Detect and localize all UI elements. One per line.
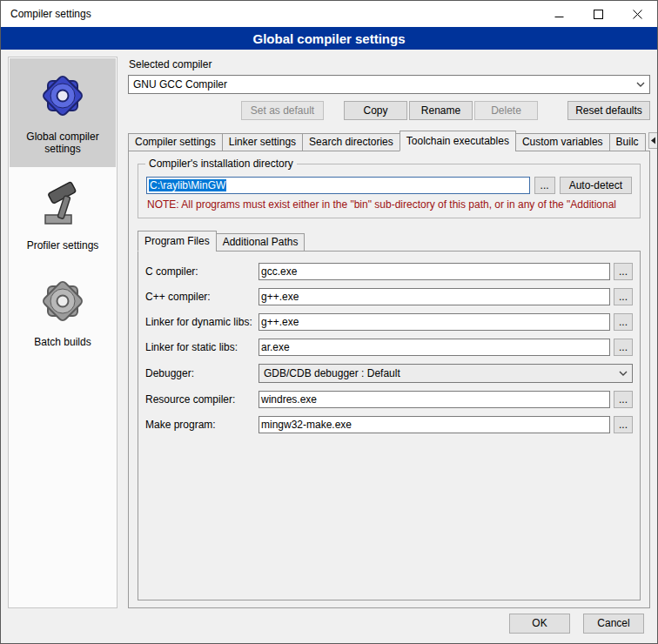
compiler-actions: Set as default Copy Rename Delete Reset … [128,101,650,120]
installation-directory-row: C:\raylib\MinGW ... Auto-detect [146,177,632,194]
tab-compiler-settings[interactable]: Compiler settings [128,133,223,151]
cpp-compiler-label: C++ compiler: [145,291,258,303]
selected-compiler-label: Selected compiler [129,58,650,70]
resource-compiler-input[interactable]: windres.exe [258,391,610,408]
close-button[interactable] [618,1,657,27]
program-files-panel: C compiler: gcc.exe ... C++ compiler: g+… [138,251,641,600]
sidebar-item-profiler-settings[interactable]: Profiler settings [10,167,116,264]
profiler-hammer-icon [36,178,90,231]
debugger-value: GDB/CDB debugger : Default [264,367,400,379]
minimize-button[interactable] [540,1,579,27]
selected-compiler-dropdown[interactable]: GNU GCC Compiler [128,75,650,94]
ok-button[interactable]: OK [509,614,570,634]
sidebar-item-label: Global compiler settings [12,131,113,155]
tab-custom-variables[interactable]: Custom variables [515,133,610,151]
program-files-tabs: Program Files Additional Paths [138,231,642,251]
settings-tabs: Compiler settings Linker settings Search… [128,131,650,151]
tab-search-directories[interactable]: Search directories [302,133,400,151]
make-program-label: Make program: [145,419,258,431]
titlebar: Compiler settings [1,1,657,27]
debugger-label: Debugger: [145,367,258,379]
window-title: Compiler settings [1,1,540,27]
reset-defaults-button[interactable]: Reset defaults [567,101,650,120]
installation-directory-input[interactable]: C:\raylib\MinGW [146,177,530,194]
auto-detect-button[interactable]: Auto-detect [560,177,632,194]
installation-directory-value: C:\raylib\MinGW [149,179,226,191]
settings-category-list: Global compiler settings Profiler settin… [8,57,118,608]
make-program-row: Make program: mingw32-make.exe ... [145,416,633,433]
resource-compiler-browse-button[interactable]: ... [614,391,633,408]
dynamic-linker-value: g++.exe [261,316,299,328]
set-as-default-button[interactable]: Set as default [241,101,324,120]
debugger-row: Debugger: GDB/CDB debugger : Default [145,364,633,383]
static-linker-row: Linker for static libs: ar.exe ... [145,339,633,356]
tab-linker-settings[interactable]: Linker settings [222,133,303,151]
c-compiler-value: gcc.exe [261,265,297,278]
maximize-button[interactable] [579,1,618,27]
make-program-browse-button[interactable]: ... [614,416,633,433]
dynamic-linker-input[interactable]: g++.exe [258,313,610,331]
dialog-footer: OK Cancel [1,608,657,643]
copy-button[interactable]: Copy [344,101,407,120]
static-linker-label: Linker for static libs: [145,341,258,353]
gray-gear-icon [36,274,90,328]
dynamic-linker-label: Linker for dynamic libs: [145,316,258,328]
sidebar-item-label: Profiler settings [27,239,99,252]
tab-scroll-buttons [645,132,658,149]
chevron-down-icon [614,371,628,376]
sidebar-item-label: Batch builds [34,336,91,348]
delete-button[interactable]: Delete [474,101,538,120]
c-compiler-label: C compiler: [145,265,258,278]
sidebar-item-batch-builds[interactable]: Batch builds [10,264,116,360]
sidebar-item-global-compiler-settings[interactable]: Global compiler settings [10,58,116,167]
cancel-button[interactable]: Cancel [583,614,644,634]
tab-program-files[interactable]: Program Files [138,231,217,252]
toolchain-executables-panel: Compiler's installation directory C:\ray… [128,151,650,608]
dynamic-linker-row: Linker for dynamic libs: g++.exe ... [145,313,633,331]
minimize-icon [554,10,564,19]
installation-directory-browse-button[interactable]: ... [534,177,555,194]
dynamic-linker-browse-button[interactable]: ... [614,313,633,331]
dialog-body: Global compiler settings Profiler settin… [1,50,657,608]
make-program-value: mingw32-make.exe [261,419,352,431]
tab-additional-paths[interactable]: Additional Paths [216,233,306,252]
compiler-settings-window: Compiler settings Global compiler settin… [0,0,658,644]
tab-toolchain-executables[interactable]: Toolchain executables [400,131,516,151]
installation-directory-group: Compiler's installation directory C:\ray… [138,164,641,218]
blue-gear-icon [36,69,90,123]
arrow-left-icon [650,137,656,144]
make-program-input[interactable]: mingw32-make.exe [258,416,610,433]
resource-compiler-row: Resource compiler: windres.exe ... [145,391,633,408]
selected-compiler-value: GNU GCC Compiler [133,78,227,91]
cpp-compiler-input[interactable]: g++.exe [258,288,610,305]
maximize-icon [594,10,603,19]
c-compiler-browse-button[interactable]: ... [614,263,633,280]
c-compiler-row: C compiler: gcc.exe ... [145,263,633,280]
static-linker-browse-button[interactable]: ... [614,339,633,356]
resource-compiler-value: windres.exe [261,393,317,406]
c-compiler-input[interactable]: gcc.exe [258,263,610,280]
rename-button[interactable]: Rename [409,101,473,120]
static-linker-input[interactable]: ar.exe [258,339,610,356]
chevron-down-icon [631,82,645,87]
tab-scroll-left-button[interactable] [648,132,658,149]
cpp-compiler-browse-button[interactable]: ... [614,288,633,305]
main-panel: Selected compiler GNU GCC Compiler Set a… [128,57,650,608]
cpp-compiler-value: g++.exe [261,291,299,303]
page-title: Global compiler settings [1,27,657,50]
cpp-compiler-row: C++ compiler: g++.exe ... [145,288,633,305]
resource-compiler-label: Resource compiler: [145,393,258,406]
debugger-dropdown[interactable]: GDB/CDB debugger : Default [258,364,633,383]
bin-subdirectory-note: NOTE: All programs must exist either in … [147,198,632,211]
tab-build-options[interactable]: Builc [609,133,646,151]
installation-directory-group-title: Compiler's installation directory [145,158,297,170]
close-icon [633,10,642,19]
static-linker-value: ar.exe [261,341,290,353]
